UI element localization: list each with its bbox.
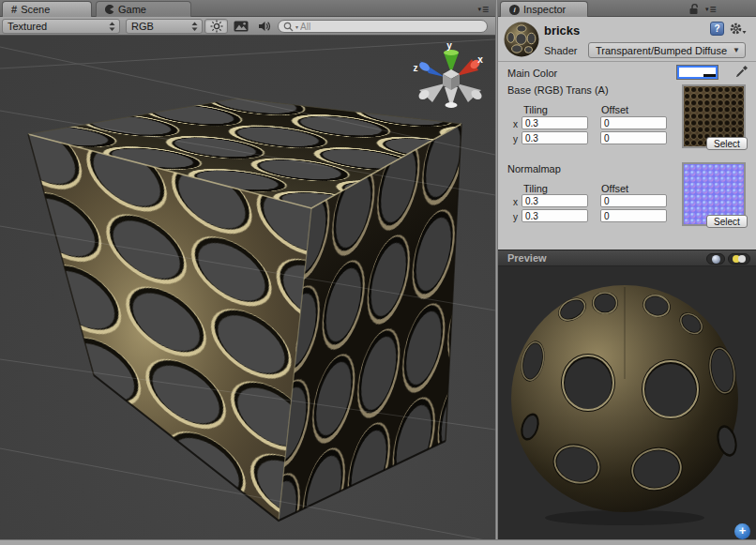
tab-inspector-label: Inspector [523, 4, 566, 15]
window-bottom-strip [0, 539, 756, 545]
help-icon[interactable]: ? [710, 22, 724, 36]
tab-game[interactable]: Game [96, 1, 191, 17]
skybox-toggle-button[interactable] [230, 19, 252, 34]
normalmap-select-button[interactable]: Select [706, 215, 748, 228]
gizmo-z-label: z [414, 63, 418, 73]
material-header: bricks Shader Transparent/Bumped Diffuse… [498, 17, 756, 62]
preview-lighting-button[interactable] [728, 253, 750, 265]
eyedropper-icon[interactable] [734, 64, 749, 79]
scene-panel-menu-icon[interactable]: ▾≡ [477, 4, 490, 15]
sun-icon [210, 20, 223, 33]
lighting-toggle-button[interactable] [204, 19, 228, 34]
color-mode-dropdown[interactable]: RGB [126, 19, 203, 34]
normal-tiling-x-input[interactable] [522, 194, 588, 207]
lights-icon-white [738, 255, 746, 263]
sphere-icon [712, 255, 720, 264]
base-map-label: Base (RGB) Trans (A) [507, 84, 609, 96]
unity-editor-window: # Scene Game ▾≡ Textured RGB [0, 0, 756, 545]
normal-tiling-label: Tiling [523, 183, 548, 194]
material-preview-icon [503, 21, 540, 58]
preview-header[interactable]: Preview [498, 250, 756, 266]
gizmo-x-label: x [477, 54, 483, 65]
add-button[interactable]: + [734, 523, 750, 539]
updown-arrows-icon [109, 22, 115, 32]
main-color-label: Main Color [507, 68, 557, 79]
material-preview-area[interactable] [498, 266, 756, 539]
tiling-label: Tiling [523, 104, 548, 115]
normal-offset-x-input[interactable] [600, 194, 667, 207]
base-offset-y-input[interactable] [600, 131, 667, 144]
plus-icon: + [739, 523, 747, 537]
normal-offset-label: Offset [601, 183, 628, 194]
axis-y-label: y [513, 212, 518, 222]
shader-dropdown[interactable]: Transparent/Bumped Diffuse ▼ [588, 42, 746, 58]
material-name: bricks [544, 23, 580, 38]
shader-label: Shader [544, 45, 577, 56]
tab-inspector[interactable]: i Inspector [500, 1, 588, 17]
preview-sphere [498, 266, 756, 539]
gear-icon[interactable] [729, 22, 748, 36]
axis-x-label: x [513, 119, 518, 129]
render-mode-dropdown[interactable]: Textured [2, 19, 120, 34]
main-color-swatch[interactable] [677, 66, 718, 79]
tab-scene[interactable]: # Scene [2, 1, 92, 17]
scene-search-input[interactable] [300, 22, 460, 32]
base-offset-x-input[interactable] [600, 116, 667, 129]
color-mode-value: RGB [131, 21, 154, 32]
scene-search-field[interactable]: ▾ [278, 20, 488, 33]
updown-arrows-icon [191, 22, 198, 32]
grid-icon: # [11, 4, 17, 15]
shader-value: Transparent/Bumped Diffuse [596, 45, 727, 56]
normal-tiling-y-input[interactable] [522, 209, 588, 222]
scene-toolbar: Textured RGB [0, 17, 495, 36]
preview-title: Preview [507, 252, 547, 264]
inspector-panel: i Inspector ▾≡ [498, 0, 756, 539]
render-mode-value: Textured [8, 21, 47, 32]
tab-game-label: Game [118, 4, 146, 15]
axis-y-label: y [513, 134, 518, 144]
scene-panel: # Scene Game ▾≡ Textured RGB [0, 0, 495, 539]
pacman-icon [105, 5, 114, 14]
scene-3d-render: y z x [0, 36, 495, 539]
info-icon: i [509, 5, 520, 15]
base-texture-select-button[interactable]: Select [706, 137, 748, 150]
scene-tabbar: # Scene Game ▾≡ [0, 0, 495, 17]
inspector-tabbar: i Inspector ▾≡ [498, 0, 756, 17]
alpha-bar [679, 74, 716, 77]
tab-scene-label: Scene [21, 4, 50, 15]
search-icon [283, 22, 294, 32]
normalmap-label: Normalmap [507, 163, 561, 174]
inspector-menu-icon[interactable]: ▾≡ [705, 4, 718, 15]
offset-label: Offset [601, 104, 628, 115]
speaker-icon [258, 20, 272, 33]
image-icon [234, 21, 249, 32]
base-tiling-x-input[interactable] [522, 116, 588, 129]
scene-viewport[interactable]: y z x [0, 36, 495, 539]
lock-icon[interactable] [688, 3, 701, 15]
base-tiling-y-input[interactable] [522, 131, 588, 144]
audio-toggle-button[interactable] [253, 19, 276, 34]
normal-offset-y-input[interactable] [600, 209, 667, 222]
chevron-down-icon: ▼ [733, 46, 740, 54]
preview-mesh-button[interactable] [706, 253, 725, 265]
axis-x-label: x [513, 197, 518, 207]
search-filter-caret: ▾ [295, 23, 298, 30]
gizmo-y-label: y [446, 40, 452, 51]
